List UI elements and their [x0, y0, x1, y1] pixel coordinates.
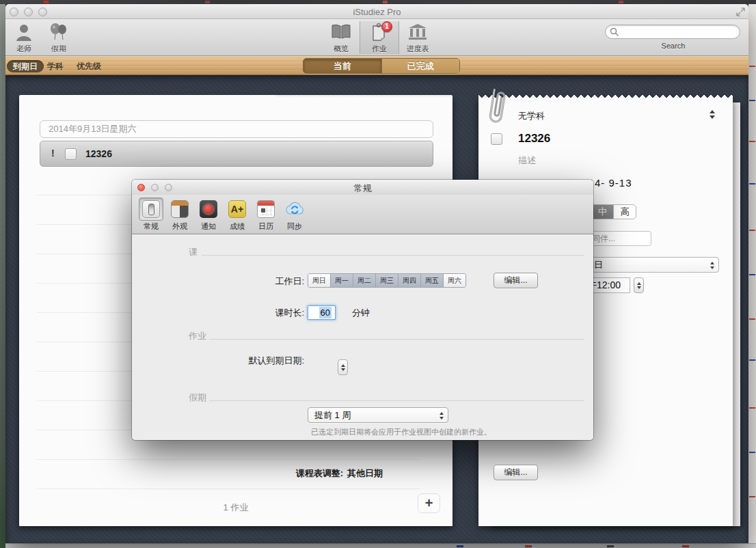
- preferences-content: 课 工作日: 周日 周一 周二 周三 周四 周五 周六 编辑... 课时长: 6…: [132, 234, 593, 440]
- pref-tab-grades[interactable]: A+ 成绩: [224, 197, 251, 232]
- tab-due-date[interactable]: 到期日: [7, 60, 44, 72]
- search-label: Search: [605, 42, 742, 50]
- duration-stepper[interactable]: [338, 359, 348, 375]
- dialog-titlebar[interactable]: 常规: [132, 180, 593, 195]
- window-title: iStudiez Pro: [5, 7, 748, 17]
- search-icon: [610, 27, 619, 37]
- duration-input[interactable]: 60: [308, 305, 336, 320]
- grades-aplus-icon: A+: [228, 200, 246, 218]
- segment-completed[interactable]: 已完成: [381, 59, 460, 73]
- assignment-count: 1 作业: [19, 502, 453, 514]
- balloons-icon: [39, 21, 79, 43]
- pref-tab-label: 日历: [252, 221, 280, 232]
- perforated-paper-edge: [478, 94, 733, 98]
- filter-tabbar: 到期日 学科 优先级 当前 已完成: [5, 56, 748, 75]
- section-header-class: 课: [189, 246, 198, 258]
- preferences-dialog: 常规 常规 外观 通知 A+ 成绩 日历: [132, 180, 593, 440]
- tab-priority[interactable]: 优先级: [70, 60, 107, 72]
- priority-mark: !: [51, 148, 55, 159]
- main-toolbar: 老师 假期 概览: [5, 19, 748, 56]
- notification-icon: [200, 200, 217, 218]
- default-due-label: 默认到期日期:: [195, 355, 304, 367]
- pref-tab-label: 外观: [166, 221, 193, 232]
- pref-tab-label: 通知: [195, 221, 222, 232]
- overview-book-icon: [321, 21, 361, 43]
- default-due-hint: 已选定到期日期将会应用于作业视图中创建的新作业。: [311, 427, 491, 437]
- fullscreen-icon[interactable]: [736, 8, 745, 16]
- popup-arrows-icon: [708, 259, 716, 271]
- time-stepper[interactable]: [634, 277, 644, 293]
- search-area: Search: [605, 25, 742, 50]
- calendar-icon: [257, 200, 275, 218]
- duration-unit: 分钟: [352, 307, 370, 319]
- pref-tab-label: 同步: [281, 221, 308, 232]
- toolbar-item-label: 老师: [4, 44, 44, 54]
- toolbar-item-assignments[interactable]: 1 作业: [360, 21, 399, 54]
- schedule-adjust-label: 课程表调整:: [234, 467, 343, 480]
- toolbar-item-label: 假期: [39, 44, 79, 54]
- pref-tab-label: 成绩: [224, 221, 251, 232]
- popup-arrows-icon: [437, 409, 445, 422]
- desktop-left-sliver: [0, 4, 5, 548]
- toolbar-item-teacher[interactable]: 老师: [4, 21, 44, 54]
- section-header-vacation: 假期: [189, 392, 206, 404]
- pref-tab-calendar[interactable]: 日历: [252, 197, 280, 232]
- pref-tab-general[interactable]: 常规: [137, 197, 165, 232]
- toolbar-item-overview[interactable]: 概览: [321, 21, 361, 54]
- subject-select-value[interactable]: 无学科: [518, 110, 545, 122]
- dialog-title: 常规: [132, 182, 593, 195]
- progress-building-icon: [398, 21, 437, 43]
- workday-thu[interactable]: 周四: [398, 274, 420, 287]
- assignments-clipboard-icon: [360, 21, 399, 43]
- default-due-value: 提前 1 周: [314, 410, 351, 420]
- workday-tue[interactable]: 周二: [353, 274, 375, 287]
- pref-tab-appearance[interactable]: 外观: [166, 197, 193, 232]
- add-assignment-button[interactable]: +: [418, 493, 440, 513]
- toolbar-item-label: 概览: [321, 44, 361, 54]
- section-divider: [202, 255, 584, 256]
- description-placeholder[interactable]: 描述: [518, 154, 536, 167]
- search-input[interactable]: [605, 25, 740, 39]
- pref-tab-label: 常规: [137, 221, 165, 232]
- pref-tab-notifications[interactable]: 通知: [195, 197, 222, 232]
- pref-tab-sync[interactable]: 同步: [281, 197, 308, 232]
- workday-sun[interactable]: 周日: [308, 274, 330, 287]
- subject-stepper[interactable]: [708, 108, 716, 120]
- sync-cloud-icon: [285, 200, 304, 218]
- section-header-assignments: 作业: [189, 330, 206, 342]
- workday-fri[interactable]: 周五: [420, 274, 443, 287]
- background-window-bottom-sliver: [5, 543, 756, 548]
- workday-mon[interactable]: 周一: [330, 274, 353, 287]
- assignments-badge: 1: [381, 21, 392, 32]
- torn-paper-edge: [19, 95, 453, 98]
- status-segmented-control: 当前 已完成: [303, 58, 460, 74]
- task-title: 12326: [85, 148, 112, 159]
- workday-wed[interactable]: 周三: [375, 274, 398, 287]
- window-titlebar[interactable]: iStudiez Pro: [5, 4, 748, 19]
- schedule-adjust-value: 其他日期: [347, 467, 383, 480]
- tab-subject[interactable]: 学科: [41, 60, 70, 72]
- toolbar-item-progress[interactable]: 进度表: [398, 21, 437, 54]
- task-checkbox[interactable]: [65, 148, 77, 160]
- task-row[interactable]: ! 12326: [40, 141, 433, 167]
- toolbar-item-vacation[interactable]: 假期: [39, 21, 79, 54]
- teacher-person-icon: [4, 21, 44, 43]
- edit-workdays-button[interactable]: 编辑...: [494, 273, 538, 288]
- edit-vacation-button[interactable]: 编辑...: [494, 465, 538, 480]
- detail-title: 12326: [518, 132, 550, 146]
- date-group-header: 2014年9月13日星期六: [40, 120, 433, 138]
- detail-checkbox[interactable]: [491, 133, 502, 145]
- section-divider: [209, 339, 584, 340]
- window-appearance-icon: [171, 200, 189, 218]
- duration-value: 60: [319, 307, 332, 318]
- paperclip-icon: [483, 86, 510, 131]
- segment-current[interactable]: 当前: [303, 59, 381, 73]
- section-divider: [209, 400, 584, 401]
- priority-high[interactable]: 高: [613, 205, 636, 219]
- workday-sat[interactable]: 周六: [443, 274, 465, 287]
- preferences-toolbar: 常规 外观 通知 A+ 成绩 日历 同步: [132, 195, 593, 234]
- toolbar-item-label: 进度表: [398, 44, 437, 54]
- priority-mid[interactable]: 中: [591, 205, 614, 219]
- default-due-popup[interactable]: 提前 1 周: [308, 407, 448, 423]
- workdays-segmented-control: 周日 周一 周二 周三 周四 周五 周六: [308, 273, 466, 288]
